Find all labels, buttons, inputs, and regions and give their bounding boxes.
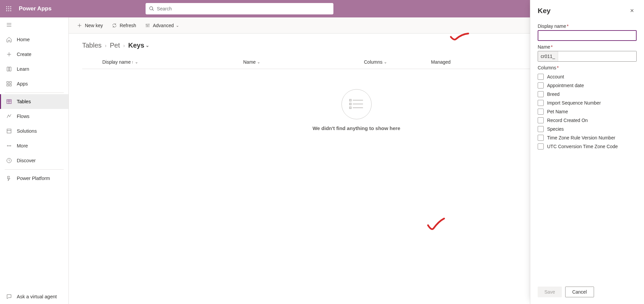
cancel-button[interactable]: Cancel	[565, 287, 594, 297]
checkbox-label: UTC Conversion Time Zone Code	[547, 144, 618, 149]
more-icon	[6, 143, 12, 149]
apps-icon	[6, 81, 12, 87]
column-checkbox-row[interactable]: Time Zone Rule Version Number	[538, 135, 637, 141]
search-input[interactable]	[157, 6, 330, 11]
nav-label: Tables	[17, 99, 31, 104]
column-checkbox-row[interactable]: UTC Conversion Time Zone Code	[538, 143, 637, 149]
breadcrumb-separator-icon: ›	[105, 43, 107, 48]
columns-label: Columns*	[538, 65, 637, 70]
checkbox-icon	[538, 135, 544, 141]
col-display-name[interactable]: Display name ⌄	[102, 59, 243, 65]
nav-apps[interactable]: Apps	[0, 76, 68, 91]
crumb-tables[interactable]: Tables	[82, 42, 102, 49]
col-managed[interactable]: Managed	[431, 59, 478, 65]
crumb-pet[interactable]: Pet	[110, 42, 120, 49]
nav-separator	[5, 93, 64, 93]
nav-separator	[5, 169, 64, 170]
col-label: Managed	[431, 59, 450, 65]
checkbox-label: Pet Name	[547, 109, 568, 114]
new-key-button[interactable]: New key	[77, 23, 103, 28]
nav-label: Home	[17, 37, 30, 42]
search-box[interactable]	[146, 3, 333, 14]
checkbox-icon	[538, 91, 544, 97]
breadcrumb-separator-icon: ›	[123, 43, 125, 48]
display-name-input[interactable]	[538, 30, 637, 41]
power-platform-icon	[6, 175, 12, 181]
cmd-label: New key	[85, 23, 103, 28]
nav-more[interactable]: More	[0, 138, 68, 153]
chevron-down-icon: ⌄	[135, 60, 138, 64]
close-icon: ✕	[630, 8, 634, 14]
crumb-label: Keys	[128, 42, 144, 49]
column-checkbox-row[interactable]: Species	[538, 126, 637, 132]
nav-label: Learn	[17, 66, 29, 72]
flyout-title: Key	[538, 7, 551, 15]
column-checkbox-row[interactable]: Record Created On	[538, 117, 637, 123]
svg-point-3	[6, 8, 7, 9]
svg-rect-13	[10, 84, 11, 86]
nav-power-platform[interactable]: Power Platform	[0, 171, 68, 186]
nav-label: Power Platform	[17, 176, 50, 181]
refresh-button[interactable]: Refresh	[112, 23, 136, 28]
checkbox-icon	[538, 82, 544, 88]
checkbox-label: Record Created On	[547, 118, 588, 123]
checkbox-icon	[538, 74, 544, 80]
checkbox-icon	[538, 117, 544, 123]
key-flyout-panel: Key ✕ Display name* Name* cr011_ Columns…	[530, 0, 644, 304]
svg-point-17	[9, 145, 9, 146]
checkbox-icon	[538, 109, 544, 115]
checkbox-label: Species	[547, 126, 564, 132]
nav-discover[interactable]: Discover	[0, 153, 68, 168]
checkbox-label: Account	[547, 74, 564, 79]
close-button[interactable]: ✕	[627, 6, 637, 15]
label-text: Name	[538, 44, 550, 50]
nav-flows[interactable]: Flows	[0, 109, 68, 124]
nav-label: Apps	[17, 81, 28, 86]
col-label: Display name	[102, 59, 133, 65]
advanced-button[interactable]: Advanced ⌄	[145, 23, 179, 28]
plus-icon	[6, 51, 12, 57]
col-columns[interactable]: Columns ⌄	[364, 59, 431, 65]
nav-label: More	[17, 143, 28, 148]
name-input-wrap: cr011_	[538, 51, 637, 62]
name-input[interactable]	[558, 51, 636, 61]
col-label: Name	[243, 59, 256, 65]
chevron-down-icon: ⌄	[257, 60, 260, 64]
nav-learn[interactable]: Learn	[0, 62, 68, 76]
column-checkbox-row[interactable]: Appointment date	[538, 82, 637, 88]
cmd-label: Advanced	[153, 23, 174, 28]
col-name[interactable]: Name ⌄	[243, 59, 364, 65]
chevron-down-icon: ⌄	[146, 43, 149, 48]
svg-point-6	[6, 10, 7, 11]
nav-hamburger[interactable]	[0, 17, 68, 32]
name-label: Name*	[538, 44, 637, 50]
plus-icon	[77, 23, 82, 28]
nav-tables[interactable]: Tables	[0, 94, 68, 109]
column-checkbox-row[interactable]: Breed	[538, 91, 637, 97]
nav-home[interactable]: Home	[0, 32, 68, 47]
nav-create[interactable]: Create	[0, 47, 68, 62]
label-text: Display name	[538, 23, 566, 29]
col-label: Columns	[364, 59, 382, 65]
column-checkbox-row[interactable]: Import Sequence Number	[538, 100, 637, 106]
checkbox-label: Import Sequence Number	[547, 100, 601, 106]
column-checkbox-row[interactable]: Pet Name	[538, 109, 637, 115]
nav-label: Flows	[17, 114, 30, 119]
svg-point-2	[10, 6, 11, 7]
nav-solutions[interactable]: Solutions	[0, 124, 68, 138]
chat-icon	[6, 294, 12, 300]
columns-checklist: AccountAppointment dateBreedImport Seque…	[538, 74, 637, 149]
left-nav: Home Create Learn Apps Tables Flows Solu…	[0, 17, 69, 304]
checkbox-icon	[538, 126, 544, 132]
cmd-label: Refresh	[120, 23, 136, 28]
nav-label: Create	[17, 52, 32, 57]
app-launcher-button[interactable]	[0, 0, 17, 17]
nav-ask-agent[interactable]: Ask a virtual agent	[0, 289, 68, 304]
nav-label: Ask a virtual agent	[17, 294, 57, 299]
save-button[interactable]: Save	[538, 287, 562, 297]
nav-label: Solutions	[17, 128, 37, 134]
column-checkbox-row[interactable]: Account	[538, 74, 637, 80]
crumb-keys[interactable]: Keys ⌄	[128, 42, 149, 49]
name-prefix: cr011_	[538, 51, 558, 61]
refresh-icon	[112, 23, 117, 28]
